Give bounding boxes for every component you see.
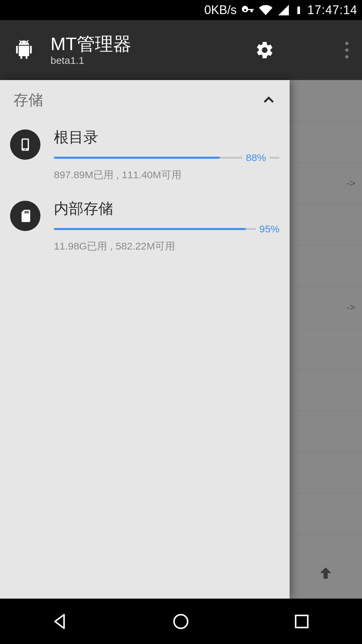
list-item (290, 370, 362, 411)
status-bar: 0KB/s 17:47:14 (0, 0, 362, 20)
clock: 17:47:14 (307, 3, 357, 17)
progress-fill (54, 228, 246, 230)
section-label: 存储 (13, 90, 43, 110)
signal-icon (277, 4, 290, 16)
wifi-icon (259, 3, 272, 17)
battery-icon (295, 3, 303, 17)
app-title: MT管理器 (51, 34, 131, 54)
storage-section-header[interactable]: 存储 (0, 80, 290, 120)
app-subtitle: beta1.1 (51, 55, 131, 66)
system-nav-bar (0, 599, 362, 644)
storage-item-root[interactable]: 根目录 88% 897.89M已用 , 111.40M可用 (0, 120, 290, 191)
phone-icon (10, 129, 40, 160)
list-item (290, 80, 362, 121)
progress-bar-tail (269, 157, 279, 159)
overflow-menu-button[interactable] (345, 42, 349, 59)
navigation-drawer: 存储 根目录 88% (0, 80, 290, 599)
progress-bar (54, 228, 256, 230)
back-icon (51, 612, 69, 631)
list-item (290, 494, 362, 535)
scroll-top-button[interactable] (308, 556, 343, 591)
svg-rect-7 (296, 615, 308, 628)
svg-point-6 (174, 614, 188, 628)
svg-rect-3 (25, 211, 26, 213)
network-speed: 0KB/s (204, 3, 237, 17)
background-file-list: -> -> (290, 80, 362, 599)
settings-button[interactable] (255, 40, 274, 60)
list-item (290, 411, 362, 452)
storage-sub: 11.98G已用 , 582.22M可用 (54, 239, 279, 253)
arrow-up-icon (317, 565, 334, 581)
list-item (290, 204, 362, 245)
list-item (290, 452, 362, 494)
gear-icon (255, 40, 274, 60)
dot-icon (345, 48, 349, 52)
back-button[interactable] (50, 611, 70, 632)
storage-label: 根目录 (54, 127, 279, 147)
list-item (290, 328, 362, 370)
android-icon (13, 40, 34, 61)
storage-item-internal[interactable]: 内部存储 95% 11.98G已用 , 582.22M可用 (0, 191, 290, 263)
storage-sub: 897.89M已用 , 111.40M可用 (54, 168, 279, 182)
list-item (290, 121, 362, 163)
percent-label: 95% (259, 223, 279, 235)
svg-rect-4 (27, 211, 28, 213)
home-icon (172, 612, 190, 631)
recents-icon (293, 612, 311, 631)
home-button[interactable] (171, 611, 191, 632)
progress-bar (54, 157, 242, 159)
storage-label: 内部存储 (54, 199, 279, 219)
list-item: -> (290, 287, 362, 328)
svg-rect-1 (23, 140, 28, 148)
recents-button[interactable] (292, 611, 312, 632)
list-item (290, 245, 362, 287)
progress-fill (54, 157, 220, 159)
vpn-key-icon (241, 4, 254, 16)
chevron-up-icon (261, 93, 276, 108)
percent-label: 88% (246, 152, 266, 163)
app-bar: MT管理器 beta1.1 (0, 20, 362, 80)
sdcard-icon (10, 201, 40, 231)
dot-icon (345, 55, 349, 59)
svg-rect-5 (28, 211, 29, 213)
svg-point-2 (25, 149, 26, 150)
dot-icon (345, 42, 349, 45)
list-item: -> (290, 163, 362, 204)
